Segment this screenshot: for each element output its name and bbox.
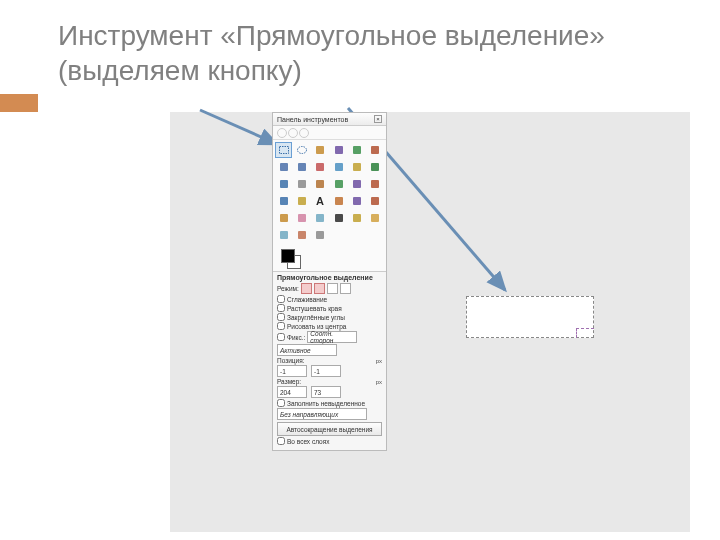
tool-foreground[interactable] — [275, 159, 292, 175]
feather-label: Растушевать края — [287, 305, 342, 312]
svg-rect-5 — [335, 146, 343, 154]
pos-x-input[interactable]: -1 — [277, 365, 307, 377]
rounded-label: Закруглённые углы — [287, 314, 345, 321]
svg-rect-2 — [279, 147, 288, 154]
mode-add-button[interactable] — [314, 283, 325, 294]
mode-intersect-button[interactable] — [340, 283, 351, 294]
tool-paintbrush[interactable] — [275, 210, 292, 226]
tool-move[interactable] — [367, 159, 384, 175]
tool-heal[interactable] — [367, 210, 384, 226]
svg-rect-14 — [280, 180, 288, 188]
svg-rect-16 — [316, 180, 324, 188]
position-label: Позиция: — [277, 357, 305, 364]
fg-color-swatch[interactable] — [281, 249, 295, 263]
guides-select[interactable]: Без направляющих — [277, 408, 367, 420]
tool-crop[interactable] — [293, 176, 310, 192]
svg-rect-9 — [298, 163, 306, 171]
selection-handle[interactable] — [576, 328, 594, 338]
svg-rect-21 — [298, 197, 306, 205]
fill-unselected-checkbox[interactable] — [277, 399, 285, 407]
from-center-checkbox[interactable] — [277, 322, 285, 330]
svg-rect-33 — [298, 231, 306, 239]
close-icon[interactable]: × — [374, 115, 382, 123]
mode-replace-button[interactable] — [301, 283, 312, 294]
svg-rect-28 — [316, 214, 324, 222]
svg-rect-8 — [280, 163, 288, 171]
tool-shear[interactable] — [348, 176, 365, 192]
svg-rect-17 — [335, 180, 343, 188]
svg-rect-25 — [371, 197, 379, 205]
tool-align[interactable] — [275, 176, 292, 192]
tool-scissors[interactable] — [367, 142, 384, 158]
svg-rect-23 — [335, 197, 343, 205]
tool-paths[interactable] — [293, 159, 310, 175]
tool-grid: A — [273, 140, 386, 245]
active-dropdown[interactable]: Активное — [277, 344, 337, 356]
tool-cage[interactable] — [293, 193, 310, 209]
canvas-area — [170, 112, 690, 532]
tool-fuzzy-select[interactable] — [330, 142, 347, 158]
fixed-select[interactable]: Соотн. сторон — [307, 331, 357, 343]
mode-label: Режим: — [277, 285, 299, 292]
position-unit: px — [376, 358, 382, 364]
svg-rect-30 — [353, 214, 361, 222]
page-title: Инструмент «Прямоугольное выделение» (вы… — [58, 18, 690, 88]
tool-color-picker[interactable] — [312, 159, 329, 175]
autoshrink-button[interactable]: Автосокращение выделения — [277, 422, 382, 436]
toolbox-titlebar: Панель инструментов × — [273, 113, 386, 126]
mode-subtract-button[interactable] — [327, 283, 338, 294]
all-layers-label: Во всех слоях — [287, 438, 329, 445]
svg-rect-6 — [353, 146, 361, 154]
tool-by-color-select[interactable] — [348, 142, 365, 158]
antialias-checkbox[interactable] — [277, 295, 285, 303]
fixed-checkbox[interactable] — [277, 333, 285, 341]
svg-rect-34 — [316, 231, 324, 239]
svg-rect-24 — [353, 197, 361, 205]
svg-rect-11 — [335, 163, 343, 171]
tool-text[interactable]: A — [312, 193, 329, 209]
tool-flip[interactable] — [275, 193, 292, 209]
tool-perspective[interactable] — [367, 176, 384, 192]
toolbox-window: Панель инструментов × A Прямоугольное вы… — [272, 112, 387, 451]
svg-rect-19 — [371, 180, 379, 188]
tool-measure[interactable] — [348, 159, 365, 175]
svg-rect-29 — [335, 214, 343, 222]
tool-free-select[interactable] — [312, 142, 329, 158]
svg-text:A: A — [316, 195, 324, 207]
svg-rect-26 — [280, 214, 288, 222]
all-layers-checkbox[interactable] — [277, 437, 285, 445]
from-center-label: Рисовать из центра — [287, 323, 346, 330]
rounded-checkbox[interactable] — [277, 313, 285, 321]
tool-scale[interactable] — [330, 176, 347, 192]
svg-rect-27 — [298, 214, 306, 222]
tool-dodge[interactable] — [312, 227, 329, 243]
tool-airbrush[interactable] — [312, 210, 329, 226]
tool-ink[interactable] — [330, 210, 347, 226]
feather-checkbox[interactable] — [277, 304, 285, 312]
tool-rect-select[interactable] — [275, 142, 292, 158]
tool-options: Прямоугольное выделение Режим: Сглаживан… — [273, 271, 386, 450]
color-swatches[interactable] — [273, 245, 386, 271]
fixed-label: Фикс.: — [287, 334, 305, 341]
svg-rect-18 — [353, 180, 361, 188]
tool-smudge[interactable] — [293, 227, 310, 243]
pos-y-input[interactable]: -1 — [311, 365, 341, 377]
tool-pencil[interactable] — [367, 193, 384, 209]
tool-rotate[interactable] — [312, 176, 329, 192]
tool-zoom[interactable] — [330, 159, 347, 175]
selection-rectangle[interactable] — [466, 296, 594, 338]
options-header: Прямоугольное выделение — [277, 274, 382, 281]
tool-ellipse-select[interactable] — [293, 142, 310, 158]
size-w-input[interactable]: 204 — [277, 386, 307, 398]
svg-rect-4 — [316, 146, 324, 154]
size-unit: px — [376, 379, 382, 385]
antialias-label: Сглаживание — [287, 296, 327, 303]
logo-strip — [273, 126, 386, 140]
size-h-input[interactable]: 73 — [311, 386, 341, 398]
tool-clone[interactable] — [348, 210, 365, 226]
tool-bucket[interactable] — [330, 193, 347, 209]
tool-blend[interactable] — [348, 193, 365, 209]
tool-blur[interactable] — [275, 227, 292, 243]
svg-rect-13 — [371, 163, 379, 171]
tool-eraser[interactable] — [293, 210, 310, 226]
